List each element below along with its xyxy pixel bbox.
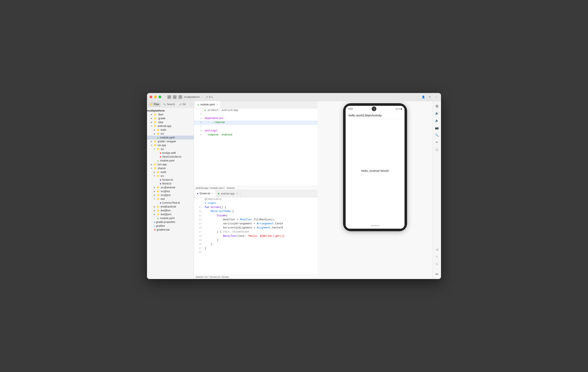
zoom-button[interactable]: 🔍 [434,132,440,138]
maximize-button[interactable] [158,95,161,98]
volume-up-button[interactable]: 🔊 [434,110,440,116]
tree-item-iosapp-swift[interactable]: ■ iosApp.swift [147,151,194,155]
close-tab-icon[interactable]: ✕ [216,103,218,106]
chevron-right-icon: ▶ [153,129,156,131]
folder-icon: 📁 [157,190,160,193]
back-button[interactable]: ◁ [434,246,440,253]
gradle-icon: ● [154,221,155,223]
bottom-tab-bar: ■ Screen.kt ✕ ▶ android-app ✕ [194,190,317,197]
phone-home-indicator [371,225,379,226]
tree-item-gradlew-bat[interactable]: ⊞ gradlew.bat [147,228,194,232]
tree-item-module-yaml-ios[interactable]: ▲ module.yaml [147,159,194,163]
tree-item-module-yaml-shared[interactable]: ▲ module.yaml [147,216,194,220]
chevron-down-icon: ▼ [153,148,156,150]
tab-android-app-label: android-app [221,192,234,195]
tree-item-gradle-wrapper[interactable]: ▶ 📁 gradle / wrapper [147,140,194,143]
editor-top-content[interactable]: ▶ product: android/app 4 5 dependencies:… [194,108,317,186]
tree-item-test-shared[interactable]: ▼ 📁 test [147,197,194,201]
branch-name: 0.1 [209,95,213,99]
close-button[interactable] [149,95,152,98]
chevron-down-icon: ▼ [150,125,153,127]
tree-item-shared[interactable]: ▼ 📁 shared [147,166,194,170]
tree-item-android-app[interactable]: ▼ 📁 android-app [147,124,194,128]
tree-item-src-ios-shared[interactable]: ▶ 📁 src@ios [147,189,194,193]
close-tab-icon[interactable]: ✕ [236,192,238,195]
tree-item-idea[interactable]: ▶ 📁 .idea [147,120,194,124]
draw-button[interactable]: ✏ [434,139,440,145]
home-button[interactable]: ○ [434,253,440,260]
tree-item-test-android[interactable]: ▶ 📁 test@android [147,205,194,209]
code-line-20: 20 } [194,242,317,246]
chevron-down-icon: ▼ [150,144,153,146]
tree-item-src-shared[interactable]: ▼ 📁 src [147,174,194,178]
layout-icon[interactable]: ◫ [173,95,177,99]
tree-item-gradle-hidden[interactable]: ▶ 📁 .gradle [147,116,194,120]
tree-item-build-shared[interactable]: ▶ 📁 build [147,170,194,174]
close-tab-icon[interactable]: ✕ [212,192,214,195]
usages-line[interactable]: 4 usages [194,201,317,206]
editor-pane-top: ▲ module.yaml ✕ ▶ product: android/app 4 [194,101,317,190]
screenshot-button[interactable]: 📷 [434,124,440,131]
chevron-right-icon: ▶ [150,140,153,143]
erase-button[interactable]: ◻ [434,146,440,153]
tree-item-src-jvm-shared[interactable]: ▶ 📁 src@jvm [147,193,194,197]
breadcrumb-top: android-app / module.yaml / ../shared [194,186,317,190]
close-window-button[interactable]: ✕ [427,95,432,99]
tree-item-module-yaml-android[interactable]: ▲ module.yaml [147,136,194,140]
user-button[interactable]: 👤 [421,95,426,99]
tree-item-test-jvm[interactable]: ▶ 📁 test@jvm [147,212,194,216]
tree-item-fleet[interactable]: ▶ 📁 .fleet [147,113,194,116]
tree-item-src-android-shared[interactable]: ▶ 📁 src@android [147,186,194,189]
tab-files[interactable]: 📁 Files [148,102,161,107]
chevron-right-icon: ▶ [153,213,156,216]
sidebar: 📁 Files 🔍 Search ⎇ Git 🕐 History + [147,101,194,279]
more-button[interactable]: ••• [434,271,440,277]
search-icon: 🔍 [163,103,166,106]
tab-search[interactable]: 🔍 Search [161,102,177,107]
volume-down-button[interactable]: 🔉 [434,117,440,124]
branch-label[interactable]: ⎇ 0.1 [205,95,213,99]
kotlin-icon: ■ [160,178,161,181]
tab-git[interactable]: ⎇ Git [177,102,187,107]
tree-item-build-android[interactable]: ▶ 📁 build [147,128,194,132]
chevron-right-icon: ▶ [150,117,153,119]
run-button[interactable]: ▶ [205,108,206,113]
code-line-22: 22 [194,250,317,255]
recent-button[interactable]: □ [434,261,440,267]
tree-item-gradle-properties[interactable]: ● gradle.properties [147,220,194,224]
tree-item-jvm-app[interactable]: ▶ 📁 jvm-app [147,163,194,166]
folder-icon: 📁 [154,144,157,147]
code-line-17: 17 ) { this: ColumnScope [194,230,317,234]
sidebar-toggle-icon[interactable]: ⊟ [167,95,171,99]
battery-icon: ▮ [401,108,402,110]
breadcrumb-bottom: shared / src / Screen.kt / Screen [194,275,317,279]
git-icon: ⎇ [179,103,182,106]
tree-item-viewcontroller-kt[interactable]: ■ ViewController.kt [147,155,194,159]
tree-item-screen-kt[interactable]: ■ Screen.kt [147,178,194,182]
code-line-11: 11 fun Screen() { [194,206,317,209]
tab-module-yaml[interactable]: ▲ module.yaml ✕ [195,101,220,108]
code-line-6: 6 - ../shared [194,121,317,124]
tree-item-world-kt[interactable]: ■ World.kt [147,182,194,186]
chevron-right-icon: ▶ [150,114,153,116]
power-button[interactable]: ⏻ [434,103,440,109]
minimize-window-button[interactable]: − [434,95,439,99]
chevron-right-icon: ▶ [153,186,156,188]
tree-item-src-android[interactable]: ▶ 📁 src [147,132,194,136]
tree-item-ios-app[interactable]: ▼ 📁 ios-app [147,143,194,147]
tree-item-gradlew[interactable]: ≡ gradlew [147,224,194,228]
signal-icon: ▪▪ [398,108,400,110]
code-line-14: 14 modifier = Modifier.fillMaxSize(), [194,218,317,222]
tree-item-src-ios[interactable]: ▼ 📁 src [147,147,194,151]
tab-screen-kt-label: Screen.kt [200,192,210,195]
status-icons: ▪▪▪ ▪▪ ▮ [396,108,402,110]
minimize-button[interactable] [154,95,157,98]
tab-history[interactable]: 🕐 History [188,102,194,107]
device-emulator: 3:53 ▪▪▪ ▪▪ ▮ [317,101,432,279]
grid-icon[interactable]: ⠿ [178,95,182,99]
tree-item-test-ios[interactable]: ▶ 📁 test@ios [147,209,194,212]
editor-bottom-content[interactable]: @Composable 4 usages 11 fun Screen() { 1… [194,197,317,275]
tree-item-commontest-kt[interactable]: ■ CommonTest.kt [147,201,194,205]
tab-screen-kt[interactable]: ■ Screen.kt ✕ [195,190,216,197]
tab-android-app[interactable]: ▶ android-app ✕ [216,190,240,197]
